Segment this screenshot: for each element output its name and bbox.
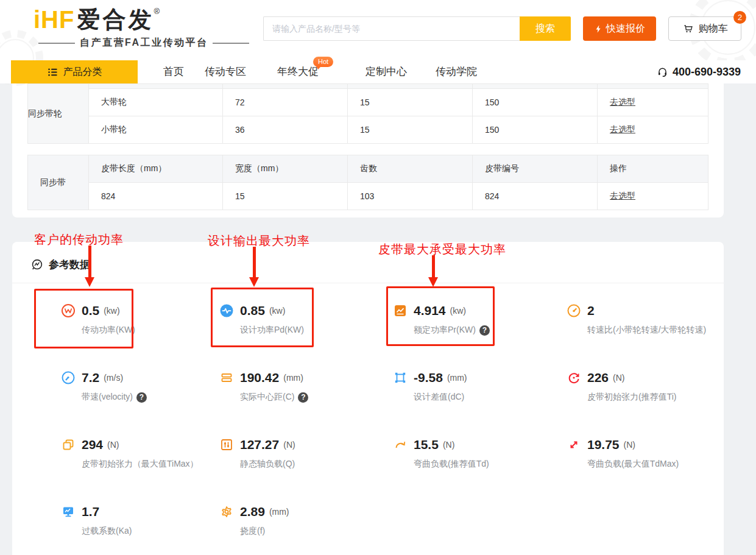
pulley-value-cell: 72 [223,89,348,116]
metric-unit: (N) [613,373,624,383]
table-gap [27,144,708,155]
pulley-value-cell: 150 [473,116,598,144]
metric-bending-load-recommended: 15.5 (N) 弯曲负载(推荐值Td) [393,436,567,503]
tagline-dash-left [38,43,75,44]
speed-clock-icon [61,370,76,385]
metric-unit: (kw) [104,306,119,316]
product-catalog-label: 产品分类 [63,66,102,79]
belt-header-cell: 皮带编号 [473,155,598,183]
pulley-value-cell: 36 [223,116,348,144]
pulse-circle-icon [219,303,234,318]
metric-value: 2 [587,303,595,318]
metric-value: 0.5 [82,303,99,318]
reference-data-title: 参考数据 [49,258,90,272]
belt-header-cell: 操作 [598,155,708,183]
belt-table: 同步带 皮带长度（mm） 宽度（mm） 齿数 皮带编号 操作 824 15 10… [27,155,708,210]
brand-tagline: 自产直营FA工业传动平台 [80,37,208,49]
pulley-value-cell: 15 [348,89,473,116]
go-select-link[interactable]: 去选型 [610,124,635,134]
belt-teeth-cell: 103 [348,183,473,210]
pulley-table: 同步带轮 大带轮 72 15 150 去选型 小带轮 36 15 150 去选型 [27,83,708,144]
metric-rated-power: 4.914 (kw) 额定功率Pr(KW) ? [393,302,567,369]
search-button[interactable]: 搜索 [520,16,571,41]
reference-data-header: 参考数据 [12,242,724,283]
metric-label: 皮带初始张力（最大值TiMax） [82,459,199,470]
metric-label: 静态轴负载(Q) [240,459,295,470]
metric-label: 设计差值(dC) [414,392,464,403]
metric-label: 弯曲负载(推荐值Td) [414,459,489,470]
metric-label: 带速(velocity) [82,392,133,403]
metric-bending-load-max: 19.75 (N) 弯曲负载(最大值TdMax) [567,436,707,503]
chart-square-icon [393,303,408,318]
metric-label: 皮带初始张力(推荐值Ti) [587,392,676,403]
pulley-value-cell: 150 [473,89,598,116]
monitor-icon [61,504,76,519]
metric-label: 传动功率(KW) [82,325,135,336]
reference-data-card: 参考数据 0.5 (kw) 传动功率(KW) [12,242,724,555]
metric-center-distance: 190.42 (mm) 实际中心距(C) ? [219,369,393,436]
nav-item-year-end-sale[interactable]: 年终大促 [277,60,319,83]
metric-design-power: 0.85 (kw) 设计功率Pd(KW) [219,302,393,369]
metric-design-difference: -9.58 (mm) 设计差值(dC) [393,369,567,436]
metrics-grid: 0.5 (kw) 传动功率(KW) 0.85 (kw) 设计功率Pd(KW) [61,293,707,555]
belt-number-cell: 824 [473,183,598,210]
metric-static-shaft-load: 127.27 (N) 静态轴负载(Q) [219,436,393,503]
metric-speed-ratio: 2 转速比(小带轮转速/大带轮转速) [567,302,707,369]
belt-header-cell: 齿数 [348,155,473,183]
metric-belt-velocity: 7.2 (m/s) 带速(velocity) ? [61,369,219,436]
service-phone: 400-690-9339 [657,60,741,83]
search-input[interactable] [263,16,520,41]
divider [12,283,724,283]
hot-badge: Hot [313,57,333,67]
header: iHF 爱合发 ® 自产直营FA工业传动平台 搜索 快速报价 [0,0,756,60]
belt-header-cell: 皮带长度（mm） [89,155,223,183]
sliders-icon [219,437,234,452]
gauge-icon [567,303,581,318]
cart-label: 购物车 [699,23,728,35]
metric-value: -9.58 [414,370,443,385]
metric-value: 294 [82,437,103,452]
belt-length-cell: 824 [89,183,223,210]
expand-arrow-icon [567,437,581,452]
pulley-name-cell: 小带轮 [89,116,223,144]
pulley-value-cell: 15 [348,116,473,144]
metric-value: 15.5 [414,437,439,452]
list-menu-icon [47,66,58,78]
table-row: 大带轮 72 15 150 去选型 [28,89,708,116]
help-icon[interactable]: ? [479,325,490,336]
go-select-link[interactable]: 去选型 [610,191,635,200]
belt-width-cell: 15 [223,183,348,210]
cart-count-badge: 2 [733,11,746,24]
metric-unit: (kw) [269,306,285,316]
table-row: 824 15 103 824 去选型 [28,183,708,210]
nav-item-transmission-academy[interactable]: 传动学院 [436,60,477,83]
nav-item-custom-center[interactable]: 定制中心 [366,60,407,83]
metric-label: 挠度(f) [240,526,265,537]
headset-icon [657,66,668,78]
nav-item-home[interactable]: 首页 [163,60,184,83]
metric-value: 0.85 [240,303,265,318]
search-bar: 搜索 [263,16,571,41]
registered-mark: ® [154,7,160,16]
brand-logo[interactable]: iHF 爱合发 ® 自产直营FA工业传动平台 [34,6,254,49]
pulley-table-clipped-header: 同步带轮 [28,84,708,89]
product-catalog-button[interactable]: 产品分类 [11,60,138,83]
metric-value: 1.7 [82,504,99,519]
quick-quote-button[interactable]: 快速报价 [583,16,656,41]
pulley-group-label: 同步带轮 [28,84,89,144]
brand-logo-en: iHF [34,6,74,33]
help-icon[interactable]: ? [136,392,147,403]
metric-overload-factor: 1.7 过载系数(Ka) [61,503,219,555]
help-icon[interactable]: ? [298,392,308,403]
nav-item-transmission-zone[interactable]: 传动专区 [205,60,246,83]
go-select-link[interactable]: 去选型 [610,97,635,107]
selection-tables-card: 同步带轮 大带轮 72 15 150 去选型 小带轮 36 15 150 去选型 [12,83,724,217]
metric-deflection: 2.89 (mm) 挠度(f) [219,503,393,555]
cart-button[interactable]: 购物车 2 [668,16,741,41]
metric-unit: (mm) [269,507,289,517]
tagline-dash-right [213,43,249,44]
corner-square-icon [393,370,408,385]
metric-unit: (mm) [283,373,303,383]
table-row: 小带轮 36 15 150 去选型 [28,116,708,144]
center-distance-icon [219,370,234,385]
